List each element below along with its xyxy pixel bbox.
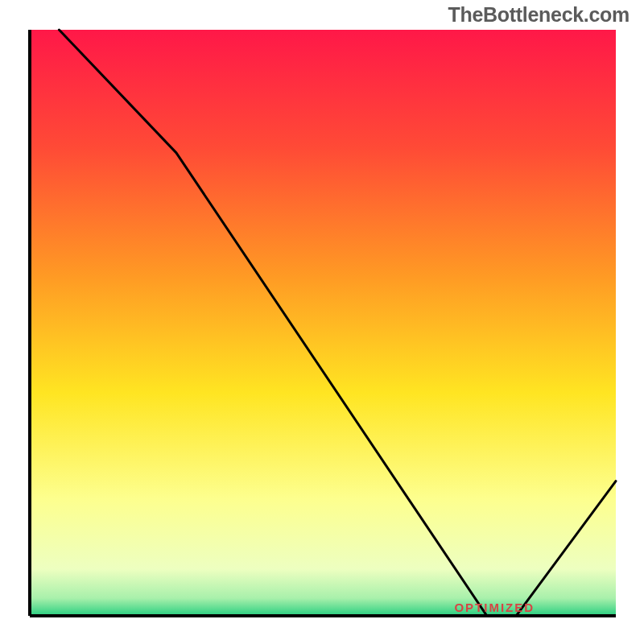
attribution-text: TheBottleneck.com (448, 3, 630, 27)
plot-background (30, 30, 616, 616)
bottleneck-chart (0, 0, 644, 644)
annotation-optimized: OPTIMIZED (454, 601, 535, 614)
